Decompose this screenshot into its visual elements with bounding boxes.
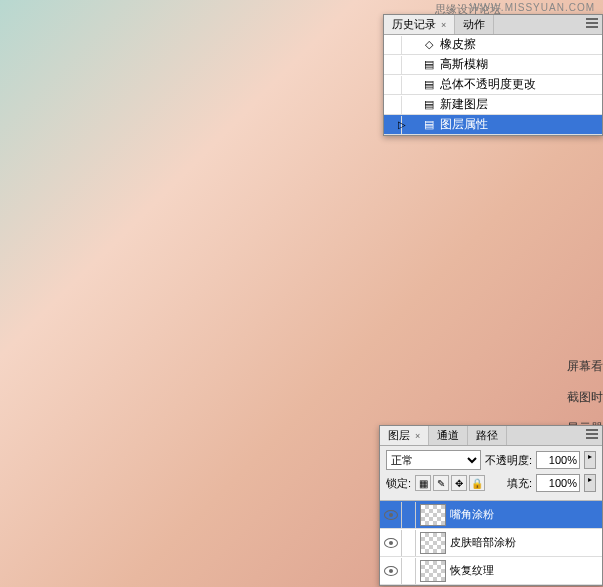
layer-name: 嘴角涂粉 (450, 507, 494, 522)
lock-icons: ▦ ✎ ✥ 🔒 (415, 475, 485, 491)
layers-panel: 图层 × 通道 路径 正常 不透明度: ▸ 锁定: ▦ ✎ ✥ � (379, 425, 603, 586)
document-icon: ▤ (422, 58, 436, 72)
history-pointer-icon: ▷ (398, 119, 406, 130)
layer-thumbnail[interactable] (420, 532, 446, 554)
eye-icon (384, 566, 398, 576)
layer-name: 皮肤暗部涂粉 (450, 535, 516, 550)
document-icon: ▤ (422, 98, 436, 112)
history-snapshot-checkbox[interactable] (384, 56, 402, 74)
fill-label: 填充: (507, 476, 532, 491)
layer-link-area[interactable] (402, 530, 416, 556)
fill-input[interactable] (536, 474, 580, 492)
history-item[interactable]: ◇ 橡皮擦 (384, 35, 602, 55)
tab-actions[interactable]: 动作 (455, 15, 494, 34)
layer-name: 恢复纹理 (450, 563, 494, 578)
tab-layers[interactable]: 图层 × (380, 426, 429, 445)
layer-item[interactable]: 恢复纹理 (380, 557, 602, 585)
right-label: 屏幕看 (567, 358, 603, 375)
history-label: 橡皮擦 (440, 36, 476, 53)
history-list: ◇ 橡皮擦 ▤ 高斯模糊 ▤ 总体不透明度更改 ▤ 新建图层 ▷ ▤ 图层属性 (384, 35, 602, 135)
lock-transparency-icon[interactable]: ▦ (415, 475, 431, 491)
tab-label: 历史记录 (392, 18, 436, 30)
eye-icon (384, 538, 398, 548)
history-label: 新建图层 (440, 96, 488, 113)
visibility-toggle[interactable] (380, 502, 402, 528)
document-icon: ▤ (422, 118, 436, 132)
layer-item[interactable]: 嘴角涂粉 (380, 501, 602, 529)
history-label: 图层属性 (440, 116, 488, 133)
history-panel: 历史记录 × 动作 ◇ 橡皮擦 ▤ 高斯模糊 ▤ 总体不透明度更改 (383, 14, 603, 136)
tab-label: 通道 (437, 429, 459, 441)
eye-icon (384, 510, 398, 520)
layer-item[interactable]: 皮肤暗部涂粉 (380, 529, 602, 557)
document-icon: ▤ (422, 78, 436, 92)
fill-dropdown-icon[interactable]: ▸ (584, 474, 596, 492)
history-snapshot-checkbox[interactable] (384, 76, 402, 94)
history-label: 总体不透明度更改 (440, 76, 536, 93)
eraser-icon: ◇ (422, 38, 436, 52)
visibility-toggle[interactable] (380, 558, 402, 584)
lock-label: 锁定: (386, 476, 411, 491)
opacity-dropdown-icon[interactable]: ▸ (584, 451, 596, 469)
layer-thumbnail[interactable] (420, 504, 446, 526)
lock-position-icon[interactable]: ✥ (451, 475, 467, 491)
hamburger-icon (586, 18, 598, 28)
opacity-label: 不透明度: (485, 453, 532, 468)
tab-label: 图层 (388, 429, 410, 441)
history-item[interactable]: ▤ 总体不透明度更改 (384, 75, 602, 95)
layers-list: 嘴角涂粉 皮肤暗部涂粉 恢复纹理 (380, 501, 602, 585)
history-label: 高斯模糊 (440, 56, 488, 73)
panel-menu-button[interactable] (582, 426, 602, 445)
tab-label: 动作 (463, 18, 485, 30)
lock-all-icon[interactable]: 🔒 (469, 475, 485, 491)
layers-tabs: 图层 × 通道 路径 (380, 426, 602, 446)
history-item[interactable]: ▤ 高斯模糊 (384, 55, 602, 75)
close-icon[interactable]: × (441, 20, 446, 30)
tab-label: 路径 (476, 429, 498, 441)
history-item[interactable]: ▤ 新建图层 (384, 95, 602, 115)
hamburger-icon (586, 429, 598, 439)
visibility-toggle[interactable] (380, 530, 402, 556)
layer-thumbnail[interactable] (420, 560, 446, 582)
history-item[interactable]: ▷ ▤ 图层属性 (384, 115, 602, 135)
tab-history[interactable]: 历史记录 × (384, 15, 455, 34)
history-tabs: 历史记录 × 动作 (384, 15, 602, 35)
lock-pixels-icon[interactable]: ✎ (433, 475, 449, 491)
blend-mode-select[interactable]: 正常 (386, 450, 481, 470)
tab-paths[interactable]: 路径 (468, 426, 507, 445)
opacity-input[interactable] (536, 451, 580, 469)
history-snapshot-checkbox[interactable] (384, 36, 402, 54)
watermark-en: WWW.MISSYUAN.COM (470, 2, 595, 13)
panel-menu-button[interactable] (582, 15, 602, 34)
right-label: 截图时 (567, 389, 603, 406)
close-icon[interactable]: × (415, 431, 420, 441)
layer-link-area[interactable] (402, 558, 416, 584)
layer-link-area[interactable] (402, 502, 416, 528)
layers-controls: 正常 不透明度: ▸ 锁定: ▦ ✎ ✥ 🔒 填充: ▸ (380, 446, 602, 501)
tab-channels[interactable]: 通道 (429, 426, 468, 445)
history-snapshot-checkbox[interactable] (384, 96, 402, 114)
